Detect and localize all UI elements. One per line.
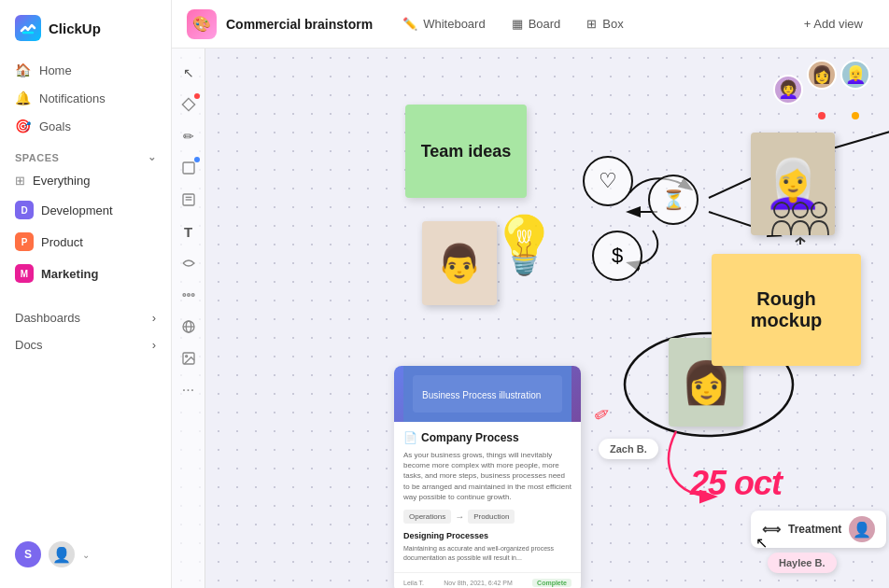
card-section-title: Designing Processes: [403, 531, 572, 540]
goals-label: Goals: [39, 119, 71, 133]
tool-text[interactable]: T: [176, 218, 202, 245]
date-label: 25 oct: [690, 464, 782, 503]
docs-chevron-icon: ›: [152, 338, 156, 352]
dashboards-label: Dashboards: [15, 311, 80, 325]
everything-icon: ⊞: [15, 174, 25, 188]
whiteboard-tab-label: Whiteboard: [423, 17, 485, 31]
tool-more[interactable]: ···: [176, 377, 202, 403]
tool-pen[interactable]: ✏: [176, 123, 202, 149]
tab-whiteboard[interactable]: ✏️ Whiteboard: [391, 11, 496, 36]
tool-shapes[interactable]: [176, 155, 202, 181]
tool-pointer[interactable]: ↖: [176, 60, 202, 86]
circle-timer: ⏳: [648, 175, 698, 225]
sidebar-item-everything[interactable]: ⊞ Everything: [0, 167, 171, 194]
left-toolbar: ↖ ✏ T: [172, 49, 205, 588]
card-tag: Complete: [532, 579, 572, 587]
spaces-chevron-icon[interactable]: ⌄: [148, 151, 157, 163]
sidebar-item-marketing[interactable]: M Marketing: [0, 258, 171, 289]
docs-label: Docs: [15, 338, 43, 352]
card-title: 📄 Company Process: [403, 431, 572, 444]
page-title: Commercial brainstorm: [226, 17, 373, 32]
card-date: Nov 8th, 2021, 6:42 PM: [444, 580, 513, 586]
svg-rect-0: [183, 162, 194, 174]
avatar-3-group: 👱‍♀️: [840, 60, 870, 119]
marketing-label: Marketing: [41, 267, 98, 281]
sidebar-item-home[interactable]: 🏠 Home: [0, 56, 171, 84]
user-avatar-photo: 👤: [49, 541, 75, 567]
app-header: 🎨 Commercial brainstorm ✏️ Whiteboard ▦ …: [172, 0, 889, 49]
tab-board[interactable]: ▦ Board: [501, 11, 572, 36]
flow-arrow-icon: →: [455, 511, 464, 522]
avatar-2-group: 👩: [807, 60, 837, 119]
tool-colorize[interactable]: [176, 91, 202, 118]
svg-point-6: [187, 294, 190, 297]
svg-point-13: [774, 203, 789, 217]
treatment-avatar: 👤: [849, 516, 875, 542]
sidebar-item-development[interactable]: D Development: [0, 194, 171, 226]
card-flow: Operations → Production: [403, 510, 572, 524]
card-footer: Leila T. Nov 8th, 2021, 6:42 PM Complete: [394, 572, 581, 588]
company-process-card[interactable]: Business Process illustration 📄 Company …: [394, 366, 581, 588]
everything-label: Everything: [33, 174, 90, 188]
zach-label: Zach B.: [599, 439, 658, 459]
card-author: Leila T.: [403, 580, 424, 586]
app-icon: 🎨: [187, 9, 217, 39]
date-text: 25 oct: [690, 464, 782, 502]
rough-mockup-text: Rough mockup: [727, 288, 846, 331]
spaces-label: Spaces: [15, 152, 59, 163]
haylee-label: Haylee B.: [768, 553, 837, 573]
spaces-section-header: Spaces ⌄: [0, 140, 171, 167]
development-badge: D: [15, 201, 34, 219]
sidebar-item-dashboards[interactable]: Dashboards ›: [0, 304, 171, 331]
user-chevron-icon: ⌄: [82, 550, 90, 560]
whiteboard-canvas[interactable]: ↖ ✏ T: [172, 49, 889, 588]
home-icon: 🏠: [15, 63, 30, 77]
people-icon-group: [768, 193, 833, 253]
logo-area: ClickUp: [0, 11, 171, 56]
bell-icon: 🔔: [15, 91, 30, 105]
home-label: Home: [39, 63, 72, 77]
svg-point-5: [191, 294, 194, 297]
clickup-logo-icon: [15, 15, 41, 41]
svg-text:Business Process illustration: Business Process illustration: [422, 390, 541, 400]
tool-connect[interactable]: [176, 282, 202, 308]
user-avatar-s: S: [15, 541, 41, 567]
dashboards-chevron-icon: ›: [152, 311, 156, 325]
zach-label-text: Zach B.: [610, 443, 647, 455]
sidebar-item-docs[interactable]: Docs ›: [0, 331, 171, 358]
header-tabs: ✏️ Whiteboard ▦ Board ⊞ Box: [391, 11, 635, 36]
treatment-badge[interactable]: ⟺ Treatment 👤: [751, 511, 886, 548]
tool-note[interactable]: [176, 187, 202, 213]
flow-from: Operations: [403, 510, 451, 524]
lightbulb-sketch: 💡: [489, 212, 559, 278]
tool-dot-blue: [194, 157, 200, 162]
user-area[interactable]: S 👤 ⌄: [0, 532, 171, 577]
board-tab-label: Board: [529, 17, 561, 31]
team-ideas-text: Team ideas: [421, 142, 512, 161]
sidebar-item-goals[interactable]: 🎯 Goals: [0, 112, 171, 140]
svg-point-4: [183, 294, 186, 297]
avatar-2-status: [818, 112, 826, 119]
product-badge: P: [15, 232, 34, 251]
header-actions: + Add view: [793, 11, 874, 36]
sidebar-footer: Dashboards › Docs ›: [0, 304, 171, 358]
rough-mockup-sticky[interactable]: Rough mockup: [712, 254, 861, 366]
marketing-badge: M: [15, 264, 34, 283]
tool-image[interactable]: [176, 345, 202, 371]
tool-transform[interactable]: [176, 250, 202, 276]
tool-globe[interactable]: [176, 314, 202, 340]
circle-dollar: $: [592, 231, 642, 281]
sidebar-item-notifications[interactable]: 🔔 Notifications: [0, 84, 171, 112]
team-ideas-sticky[interactable]: Team ideas: [405, 105, 527, 198]
card-section-text: Maintaining as accurate and well-organiz…: [403, 544, 572, 563]
sidebar-item-product[interactable]: P Product: [0, 226, 171, 258]
add-view-button[interactable]: + Add view: [793, 11, 874, 36]
cursor: ↖: [755, 534, 768, 552]
avatar-3: 👱‍♀️: [840, 60, 870, 90]
svg-point-11: [185, 356, 187, 357]
box-tab-icon: ⊞: [586, 17, 597, 31]
flow-to: Production: [468, 510, 515, 524]
product-label: Product: [41, 235, 83, 249]
svg-point-15: [811, 203, 826, 217]
tab-box[interactable]: ⊞ Box: [575, 11, 634, 36]
